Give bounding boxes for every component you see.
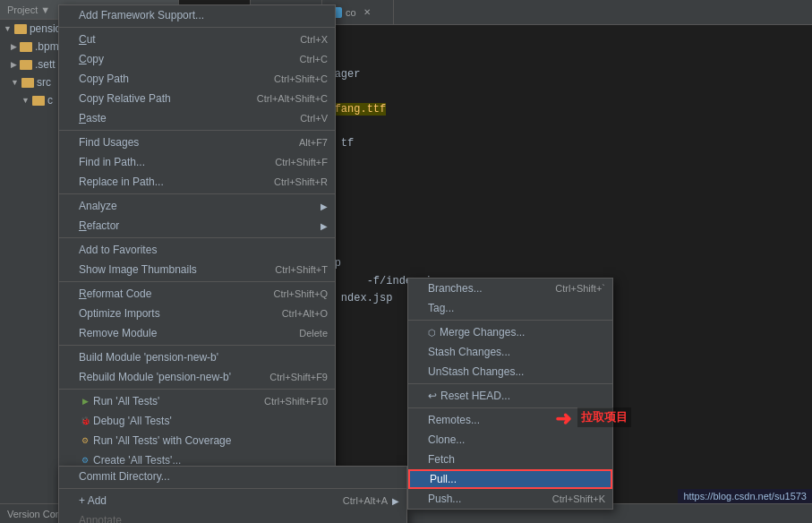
sidebar-item-label: c: [47, 94, 53, 107]
menu-separator: [59, 130, 335, 131]
menu-item-label: Fetch: [428, 453, 605, 466]
menu-shortcut: Alt+F7: [299, 137, 328, 148]
repo-tag[interactable]: Tag...: [408, 298, 612, 318]
menu-item-label: Show Image Thumbnails: [79, 263, 257, 276]
menu-shortcut: Ctrl+X: [300, 34, 328, 45]
menu-shortcut: Delete: [299, 328, 328, 339]
menu-shortcut: Ctrl+Alt+Shift+C: [257, 93, 328, 104]
expand-arrow: ▶: [11, 60, 17, 69]
tab-label: co: [346, 7, 356, 18]
menu-item-label: Reset HEAD...: [440, 390, 605, 402]
menu-shortcut: Ctrl+Shift+F10: [264, 396, 328, 407]
menu-item-label: Commit Directory...: [79, 470, 399, 483]
menu-item-label: Copy Path: [79, 73, 256, 85]
submenu-arrow-icon: ▶: [321, 221, 328, 231]
submenu-arrow-icon: ▶: [321, 201, 328, 211]
menu-reformat-code[interactable]: Reformat Code Ctrl+Shift+Q: [59, 284, 335, 304]
repo-push[interactable]: Push... Ctrl+Shift+K: [408, 489, 612, 509]
menu-copy[interactable]: Copy Ctrl+C: [59, 49, 335, 69]
menu-item-label: Tag...: [428, 302, 605, 314]
menu-item-label: Rebuild Module 'pension-new-b': [79, 371, 252, 383]
menu-analyze[interactable]: Analyze ▶: [59, 196, 335, 216]
tab-close[interactable]: ✕: [363, 7, 371, 17]
menu-item-label: Add to Favorites: [79, 244, 328, 256]
menu-separator: [59, 345, 335, 346]
git-annotate: Annotate: [59, 510, 406, 523]
coverage-icon: ⚙: [79, 434, 91, 447]
menu-item-label: Stash Changes...: [428, 346, 605, 358]
git-commit-directory[interactable]: Commit Directory...: [59, 467, 406, 486]
context-menu: Add Framework Support... Cut Ctrl+X Copy…: [58, 4, 336, 523]
menu-item-label: Remove Module: [79, 327, 281, 339]
menu-copy-path[interactable]: Copy Path Ctrl+Shift+C: [59, 69, 335, 89]
menu-refactor[interactable]: Refactor ▶: [59, 216, 335, 236]
menu-item-label: Create 'All Tests'...: [93, 454, 328, 467]
menu-shortcut: Ctrl+V: [300, 113, 328, 124]
reset-icon: ↩: [428, 390, 437, 402]
menu-remove-module[interactable]: Remove Module Delete: [59, 323, 335, 343]
menu-find-usages[interactable]: Find Usages Alt+F7: [59, 133, 335, 152]
menu-shortcut: Ctrl+C: [300, 54, 328, 64]
menu-add-framework[interactable]: Add Framework Support...: [59, 5, 335, 25]
menu-separator: [59, 237, 335, 238]
menu-shortcut: Ctrl+Shift+F9: [269, 372, 328, 382]
annotation-arrow: ➜: [555, 407, 571, 431]
expand-arrow: ▼: [11, 78, 19, 87]
menu-separator: [408, 383, 612, 384]
menu-cut[interactable]: Cut Ctrl+X: [59, 30, 335, 49]
repo-branches[interactable]: Branches... Ctrl+Shift+`: [408, 279, 612, 298]
expand-arrow: ▼: [21, 96, 30, 105]
expand-arrow: ▼: [4, 24, 12, 33]
menu-shortcut: Ctrl+Shift+R: [274, 176, 328, 187]
menu-item-label: Cut: [79, 33, 282, 46]
menu-item-label: UnStash Changes...: [428, 365, 605, 378]
sidebar-title: Project ▼: [7, 4, 50, 15]
repo-fetch[interactable]: Fetch: [408, 450, 612, 469]
sidebar-item-label: src: [37, 76, 51, 89]
menu-replace-in-path[interactable]: Replace in Path... Ctrl+Shift+R: [59, 172, 335, 192]
run-icon: ▶: [79, 395, 91, 407]
menu-run-with-coverage[interactable]: ⚙ Run 'All Tests' with Coverage: [59, 431, 335, 450]
menu-optimize-imports[interactable]: Optimize Imports Ctrl+Alt+O: [59, 304, 335, 323]
menu-build-module[interactable]: Build Module 'pension-new-b': [59, 347, 335, 367]
git-add[interactable]: + Add Ctrl+Alt+A ▶: [59, 491, 406, 510]
menu-find-in-path[interactable]: Find in Path... Ctrl+Shift+F: [59, 152, 335, 172]
menu-shortcut: Ctrl+Alt+O: [282, 308, 328, 319]
menu-paste[interactable]: Paste Ctrl+V: [59, 108, 335, 128]
menu-shortcut: Ctrl+Shift+Q: [273, 288, 328, 299]
repo-reset-head[interactable]: ↩ Reset HEAD...: [408, 386, 612, 406]
repo-clone[interactable]: Clone...: [408, 430, 612, 450]
debug-icon: 🐞: [79, 415, 91, 427]
annotation-label: 拉取项目: [577, 407, 631, 427]
repo-merge-changes[interactable]: ⬡ Merge Changes...: [408, 322, 612, 342]
merge-icon: ⬡: [428, 328, 436, 338]
create-icon: ⚙: [79, 454, 91, 467]
repo-stash[interactable]: Stash Changes...: [408, 342, 612, 362]
menu-item-label: Find in Path...: [79, 156, 257, 168]
menu-item-label: Refactor: [79, 219, 316, 232]
menu-copy-relative-path[interactable]: Copy Relative Path Ctrl+Alt+Shift+C: [59, 89, 335, 108]
menu-item-label: Find Usages: [79, 136, 281, 149]
menu-debug-all-tests[interactable]: 🐞 Debug 'All Tests': [59, 411, 335, 431]
menu-item-label: Push...: [428, 493, 534, 505]
sidebar-item-label: .sett: [35, 58, 56, 71]
menu-run-all-tests[interactable]: ▶ Run 'All Tests' Ctrl+Shift+F10: [59, 391, 335, 411]
expand-arrow: ▶: [11, 42, 17, 51]
submenu-arrow-icon: ▶: [392, 496, 399, 506]
menu-show-thumbnails[interactable]: Show Image Thumbnails Ctrl+Shift+T: [59, 260, 335, 279]
menu-separator: [59, 389, 335, 390]
menu-shortcut: Ctrl+Shift+`: [555, 283, 605, 294]
menu-item-label: Replace in Path...: [79, 176, 256, 188]
blog-url-text: https://blog.csdn.net/su1573: [683, 491, 807, 502]
menu-item-label: Run 'All Tests' with Coverage: [93, 434, 328, 447]
menu-item-label: Copy Relative Path: [79, 92, 239, 105]
repo-unstash[interactable]: UnStash Changes...: [408, 362, 612, 382]
menu-add-favorites[interactable]: Add to Favorites: [59, 240, 335, 260]
git-submenu: Commit Directory... + Add Ctrl+Alt+A ▶ A…: [58, 466, 407, 523]
menu-rebuild-module[interactable]: Rebuild Module 'pension-new-b' Ctrl+Shif…: [59, 367, 335, 387]
menu-item-label: Debug 'All Tests': [93, 415, 328, 427]
repo-pull[interactable]: Pull...: [408, 469, 612, 489]
blog-url-label: https://blog.csdn.net/su1573: [678, 489, 812, 503]
menu-item-label: Copy: [79, 53, 282, 65]
menu-shortcut: Ctrl+Shift+K: [552, 493, 605, 504]
